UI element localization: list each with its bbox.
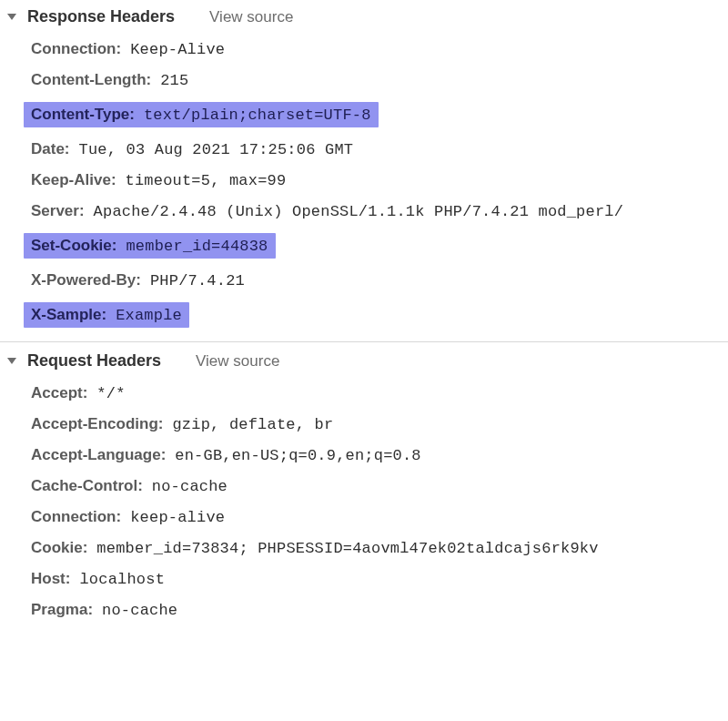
- header-row: Connection Keep-Alive: [0, 34, 728, 65]
- header-name: Pragma: [31, 601, 93, 619]
- header-row-highlighted: Set-Cookie member_id=44838: [0, 227, 728, 265]
- header-name: X-Powered-By: [31, 271, 141, 289]
- header-row: Date Tue, 03 Aug 2021 17:25:06 GMT: [0, 134, 728, 165]
- header-row: Keep-Alive timeout=5, max=99: [0, 165, 728, 196]
- header-row: Cache-Control no-cache: [0, 471, 728, 502]
- response-headers-title: Response Headers: [27, 7, 175, 26]
- request-headers-title: Request Headers: [27, 351, 161, 371]
- header-name: Keep-Alive: [31, 171, 116, 189]
- header-name: Host: [31, 570, 70, 588]
- header-row: Accept-Encoding gzip, deflate, br: [0, 409, 728, 440]
- header-name: Accept: [31, 384, 87, 402]
- header-name: Cookie: [31, 539, 87, 557]
- request-headers-header: Request Headers View source: [0, 350, 728, 376]
- header-row: Connection keep-alive: [0, 502, 728, 533]
- headers-panel: Response Headers View source Connection …: [0, 0, 728, 640]
- header-row: Cookie member_id=73834; PHPSESSID=4aovml…: [0, 533, 728, 564]
- header-value: en-GB,en-US;q=0.9,en;q=0.8: [175, 447, 420, 464]
- header-value: timeout=5, max=99: [126, 172, 287, 189]
- header-row: Content-Length 215: [0, 65, 728, 96]
- request-headers-rows: Accept */* Accept-Encoding gzip, deflate…: [0, 376, 728, 625]
- response-headers-header: Response Headers View source: [0, 5, 728, 32]
- header-row: Server Apache/2.4.48 (Unix) OpenSSL/1.1.…: [0, 196, 728, 227]
- disclosure-triangle-icon[interactable]: [7, 14, 16, 20]
- header-name: Content-Length: [31, 71, 151, 89]
- header-value: gzip, deflate, br: [172, 416, 333, 433]
- header-value: PHP/7.4.21: [150, 272, 245, 289]
- header-name: Accept-Language: [31, 446, 166, 464]
- response-headers-rows: Connection Keep-Alive Content-Length 215…: [0, 32, 728, 334]
- view-source-link[interactable]: View source: [209, 8, 293, 26]
- header-row: Host localhost: [0, 564, 728, 594]
- header-value: member_id=73834; PHPSESSID=4aovml47ek02t…: [96, 540, 598, 557]
- view-source-link[interactable]: View source: [196, 352, 279, 371]
- header-name: X-Sample: [31, 306, 106, 324]
- header-value: Apache/2.4.48 (Unix) OpenSSL/1.1.1k PHP/…: [94, 203, 624, 220]
- header-value: Keep-Alive: [130, 41, 225, 58]
- response-headers-section: Response Headers View source Connection …: [0, 5, 728, 340]
- header-value: no-cache: [102, 602, 177, 619]
- header-name: Cache-Control: [31, 477, 143, 495]
- header-name: Content-Type: [31, 106, 135, 124]
- header-value: text/plain;charset=UTF-8: [144, 107, 371, 124]
- request-headers-section: Request Headers View source Accept */* A…: [0, 341, 728, 631]
- header-row: X-Powered-By PHP/7.4.21: [0, 265, 728, 296]
- header-name: Set-Cookie: [31, 237, 116, 255]
- header-row: Accept-Language en-GB,en-US;q=0.9,en;q=0…: [0, 440, 728, 471]
- header-row-highlighted: X-Sample Example: [0, 296, 728, 334]
- header-row-highlighted: Content-Type text/plain;charset=UTF-8: [0, 96, 728, 134]
- header-value: 215: [160, 72, 188, 89]
- header-value: Example: [116, 307, 182, 324]
- header-value: no-cache: [152, 478, 228, 495]
- header-value: member_id=44838: [126, 238, 268, 255]
- header-name: Server: [31, 202, 85, 220]
- header-value: Tue, 03 Aug 2021 17:25:06 GMT: [79, 141, 354, 158]
- header-name: Connection: [31, 508, 121, 526]
- header-name: Accept-Encoding: [31, 415, 163, 433]
- header-name: Date: [31, 140, 70, 158]
- header-value: */*: [96, 385, 125, 402]
- header-value: localhost: [79, 571, 165, 588]
- header-row: Accept */*: [0, 378, 728, 409]
- disclosure-triangle-icon[interactable]: [7, 358, 16, 364]
- header-row: Pragma no-cache: [0, 594, 728, 625]
- header-name: Connection: [31, 40, 121, 58]
- header-value: keep-alive: [130, 509, 225, 526]
